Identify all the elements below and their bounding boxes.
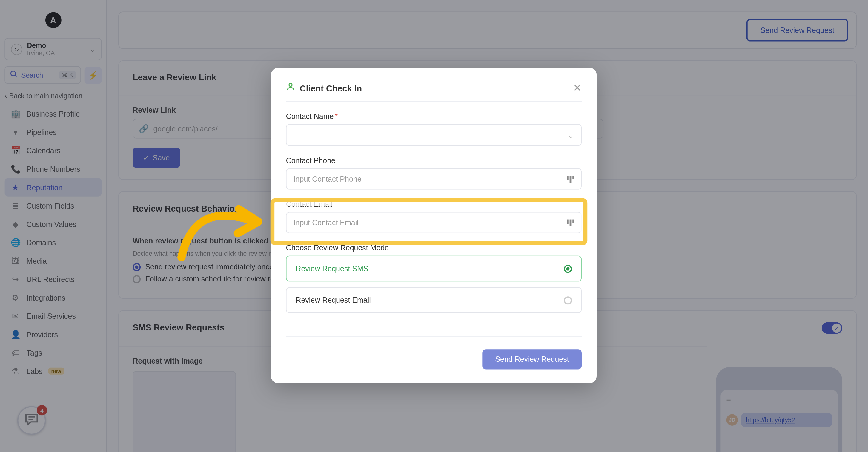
mode-email-option[interactable]: Review Request Email <box>286 288 582 313</box>
mode-sms-option[interactable]: Review Request SMS <box>286 256 582 282</box>
close-button[interactable]: ✕ <box>573 82 582 94</box>
contact-email-label: Contact Email <box>286 200 582 209</box>
radio-icon <box>564 265 572 273</box>
contact-phone-input-wrap[interactable] <box>286 168 582 189</box>
contact-phone-label: Contact Phone <box>286 156 582 165</box>
svg-point-4 <box>289 83 292 86</box>
mode-label: Choose Review Request Mode <box>286 243 582 252</box>
contact-name-select[interactable]: ⌄ <box>286 124 582 146</box>
radio-icon <box>564 296 572 304</box>
contact-email-input-wrap[interactable] <box>286 212 582 233</box>
client-check-in-modal: Client Check In ✕ Contact Name* ⌄ Contac… <box>271 68 597 383</box>
contact-phone-input[interactable] <box>293 175 567 183</box>
password-manager-icon[interactable] <box>567 219 574 226</box>
contact-name-label: Contact Name* <box>286 112 582 121</box>
chevron-down-icon: ⌄ <box>567 130 574 140</box>
send-review-request-modal-button[interactable]: Send Review Request <box>483 349 582 369</box>
password-manager-icon[interactable] <box>567 175 574 182</box>
contact-email-input[interactable] <box>293 218 567 227</box>
person-icon <box>286 82 295 93</box>
modal-title: Client Check In <box>300 83 362 93</box>
